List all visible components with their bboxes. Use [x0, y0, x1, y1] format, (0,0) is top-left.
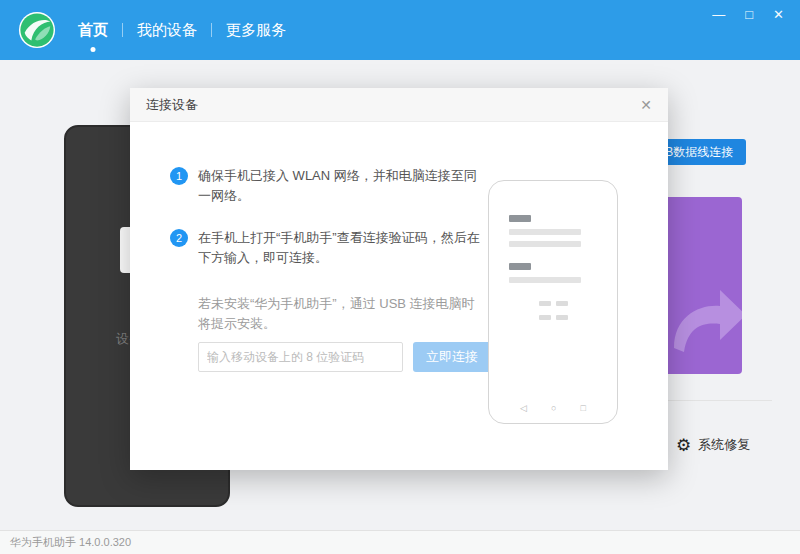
window-controls: — □ ✕ [712, 8, 784, 21]
minimize-button[interactable]: — [712, 8, 725, 21]
nav-my-device-label: 我的设备 [137, 21, 197, 40]
step-2: 2 在手机上打开“手机助手”查看连接验证码，然后在下方输入，即可连接。 [170, 228, 492, 268]
app-version-text: 华为手机助手 14.0.0.320 [10, 535, 131, 550]
install-hint-text: 若未安装“华为手机助手”，通过 USB 连接电脑时将提示安装。 [198, 294, 482, 334]
connect-now-button[interactable]: 立即连接 [413, 342, 491, 372]
main-nav: 首页 我的设备 更多服务 [64, 0, 300, 60]
system-repair-button[interactable]: ⚙ 系统修复 [676, 436, 750, 454]
app-logo-icon [18, 11, 56, 49]
system-repair-label: 系统修复 [698, 436, 750, 454]
skeleton-bar [509, 277, 581, 283]
verification-code-input[interactable] [198, 342, 403, 372]
phone-illustration: ◁ ○ □ [488, 180, 618, 424]
step-1-text: 确保手机已接入 WLAN 网络，并和电脑连接至同一网络。 [198, 166, 482, 206]
dialog-body: 1 确保手机已接入 WLAN 网络，并和电脑连接至同一网络。 2 在手机上打开“… [130, 122, 668, 469]
phone-nav-bar: ◁ ○ □ [489, 404, 617, 413]
titlebar: 首页 我的设备 更多服务 — □ ✕ [0, 0, 800, 60]
skeleton-bar [509, 229, 581, 235]
gear-icon: ⚙ [676, 437, 691, 454]
back-icon: ◁ [520, 404, 527, 413]
curved-arrow-icon [664, 284, 742, 358]
nav-home-label: 首页 [78, 21, 108, 40]
verification-row: 立即连接 [198, 342, 491, 372]
nav-my-device[interactable]: 我的设备 [123, 0, 211, 60]
skeleton-bar [509, 241, 581, 247]
skeleton-mini-row [489, 301, 617, 306]
connect-device-dialog: 连接设备 ✕ 1 确保手机已接入 WLAN 网络，并和电脑连接至同一网络。 2 … [130, 88, 668, 470]
statusbar: 华为手机助手 14.0.0.320 [0, 530, 800, 554]
close-button[interactable]: ✕ [773, 8, 784, 21]
dialog-close-icon[interactable]: ✕ [640, 98, 652, 112]
hisuite-window: 首页 我的设备 更多服务 — □ ✕ 设备 USB数据线连接 ⚙ [0, 0, 800, 554]
nav-more-services[interactable]: 更多服务 [212, 0, 300, 60]
skeleton-bar [509, 263, 531, 270]
recent-icon: □ [580, 404, 585, 413]
skeleton-bar [509, 215, 531, 222]
step-2-text: 在手机上打开“手机助手”查看连接验证码，然后在下方输入，即可连接。 [198, 228, 482, 268]
skeleton-mini-row [489, 315, 617, 320]
step-2-number-badge: 2 [170, 229, 188, 247]
maximize-button[interactable]: □ [745, 8, 753, 21]
dialog-titlebar: 连接设备 ✕ [130, 88, 668, 122]
active-indicator-dot [91, 47, 96, 52]
step-1-number-badge: 1 [170, 167, 188, 185]
home-icon: ○ [551, 404, 556, 413]
dialog-title: 连接设备 [146, 96, 198, 114]
nav-home[interactable]: 首页 [64, 0, 122, 60]
nav-more-services-label: 更多服务 [226, 21, 286, 40]
step-1: 1 确保手机已接入 WLAN 网络，并和电脑连接至同一网络。 [170, 166, 492, 206]
